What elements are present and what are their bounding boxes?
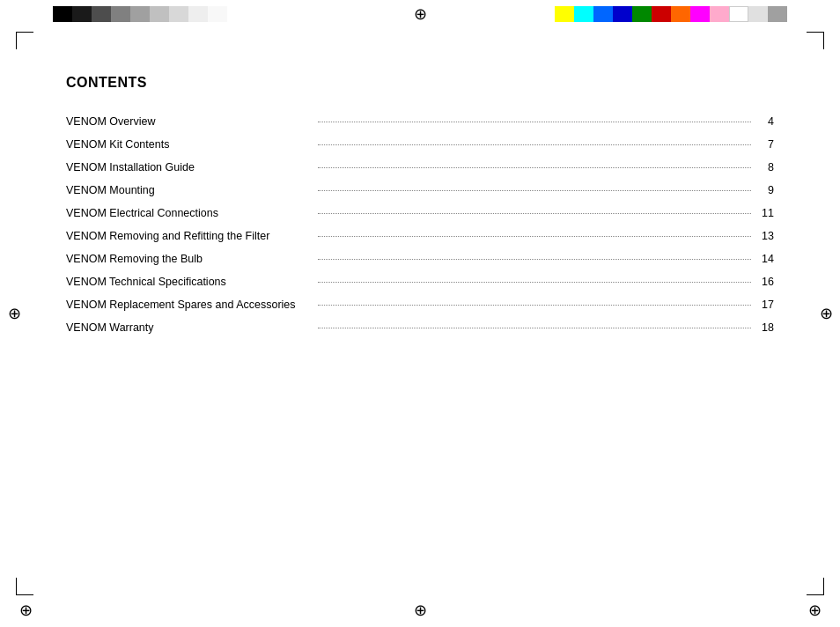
toc-dots-3 (318, 167, 751, 168)
toc-page-removing-filter: 13 (756, 230, 774, 242)
toc-dots-5 (318, 213, 751, 214)
list-item: VENOM Warranty 18 (66, 316, 774, 339)
swatch-dark2 (92, 6, 111, 22)
swatch-cyan (574, 6, 593, 22)
toc-page-overview: 4 (756, 115, 774, 128)
list-item: VENOM Electrical Connections 11 (66, 202, 774, 225)
swatch-pink (710, 6, 729, 22)
list-item: VENOM Removing and Refitting the Filter … (66, 225, 774, 247)
list-item: VENOM Mounting 9 (66, 179, 774, 202)
toc-label-electrical-connections: VENOM Electrical Connections (66, 207, 313, 219)
swatch-light1 (130, 6, 150, 22)
crosshair-bottom-right: ⊕ (805, 601, 824, 620)
corner-marker-bottom-right (807, 578, 824, 595)
toc-page-electrical-connections: 11 (756, 207, 774, 219)
toc-dots-2 (318, 144, 751, 145)
crosshair-bottom-center: ⊕ (410, 601, 430, 620)
list-item: VENOM Kit Contents 7 (66, 133, 774, 156)
swatch-blue-light (593, 6, 613, 22)
swatch-white2 (729, 6, 748, 22)
toc-dots-6 (318, 236, 751, 237)
toc-label-mounting: VENOM Mounting (66, 184, 313, 196)
toc-dots-1 (318, 122, 751, 122)
list-item: VENOM Replacement Spares and Accessories… (66, 293, 774, 316)
crosshair-bottom-left: ⊕ (16, 601, 35, 620)
swatch-gray-mid (768, 6, 787, 22)
toc-label-installation-guide: VENOM Installation Guide (66, 161, 313, 173)
list-item: VENOM Removing the Bulb 14 (66, 247, 774, 270)
toc-dots-8 (318, 282, 751, 283)
toc-page-installation-guide: 8 (756, 161, 774, 173)
toc-label-replacement-spares: VENOM Replacement Spares and Accessories (66, 299, 313, 311)
swatch-white (208, 6, 227, 22)
swatch-light3 (169, 6, 188, 22)
toc-page-kit-contents: 7 (756, 138, 774, 151)
toc-label-kit-contents: VENOM Kit Contents (66, 138, 313, 151)
toc-page-removing-bulb: 14 (756, 253, 774, 265)
swatch-gray-light (748, 6, 768, 22)
toc-page-warranty: 18 (756, 321, 774, 334)
swatch-light2 (150, 6, 169, 22)
toc-dots-9 (318, 305, 751, 306)
toc-page-mounting: 9 (756, 184, 774, 196)
swatch-black (53, 6, 72, 22)
toc-label-warranty: VENOM Warranty (66, 321, 313, 334)
toc-list: VENOM Overview 4 VENOM Kit Contents 7 VE… (66, 110, 774, 339)
toc-label-removing-filter: VENOM Removing and Refitting the Filter (66, 230, 313, 242)
toc-dots-10 (318, 328, 751, 328)
corner-marker-top-right (807, 32, 824, 49)
toc-dots-7 (318, 259, 751, 260)
swatch-magenta (690, 6, 710, 22)
toc-label-removing-bulb: VENOM Removing the Bulb (66, 253, 313, 265)
swatch-mid (111, 6, 130, 22)
grayscale-swatches (53, 6, 227, 22)
toc-label-technical-specs: VENOM Technical Specifications (66, 276, 313, 288)
toc-page-replacement-spares: 17 (756, 299, 774, 311)
list-item: VENOM Overview 4 (66, 110, 774, 133)
corner-marker-top-left (16, 32, 33, 49)
top-registration-bar: ⊕ (0, 0, 840, 28)
list-item: VENOM Installation Guide 8 (66, 156, 774, 179)
swatch-blue (613, 6, 632, 22)
swatch-orange (671, 6, 690, 22)
color-swatches (555, 6, 787, 22)
swatch-dark1 (72, 6, 92, 22)
swatch-light4 (188, 6, 208, 22)
swatch-yellow (555, 6, 574, 22)
crosshair-right: ⊕ (816, 304, 836, 323)
swatch-green (632, 6, 652, 22)
page-title: CONTENTS (66, 75, 774, 91)
toc-label-overview: VENOM Overview (66, 115, 313, 128)
list-item: VENOM Technical Specifications 16 (66, 270, 774, 293)
crosshair-left: ⊕ (4, 304, 24, 323)
main-content: CONTENTS VENOM Overview 4 VENOM Kit Cont… (66, 75, 774, 574)
swatch-red (652, 6, 671, 22)
toc-page-technical-specs: 16 (756, 276, 774, 288)
corner-marker-bottom-left (16, 578, 33, 595)
crosshair-top-center: ⊕ (410, 4, 430, 24)
toc-dots-4 (318, 190, 751, 191)
